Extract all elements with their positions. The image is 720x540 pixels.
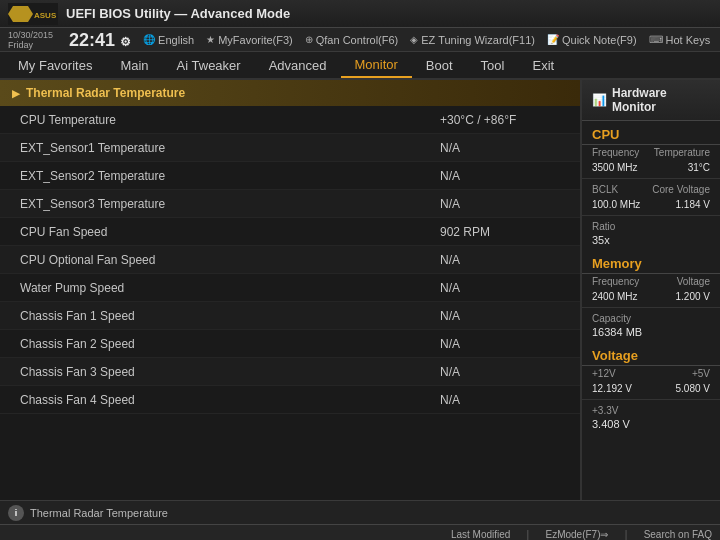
table-row[interactable]: CPU Temperature +30°C / +86°F (0, 106, 580, 134)
nav-boot[interactable]: Boot (412, 52, 467, 78)
plus12v-label: +12V (592, 368, 616, 379)
table-row[interactable]: Chassis Fan 2 Speed N/A (0, 330, 580, 358)
cpu-freq-value-row: 3500 MHz 31°C (582, 160, 720, 175)
bottom-bar: Last Modified | EzMode(F7)⇒ | Search on … (0, 524, 720, 540)
table-row[interactable]: EXT_Sensor1 Temperature N/A (0, 134, 580, 162)
clock-display: 22:41 ⚙ (69, 31, 131, 49)
table-row[interactable]: Chassis Fan 4 Speed N/A (0, 386, 580, 414)
cpu-temperature-value: 31°C (688, 162, 710, 173)
row-label: EXT_Sensor1 Temperature (20, 141, 440, 155)
mem-voltage-value: 1.200 V (676, 291, 710, 302)
row-label: Chassis Fan 3 Speed (20, 365, 440, 379)
settings-icon[interactable]: ⚙ (120, 35, 131, 49)
left-panel: Thermal Radar Temperature CPU Temperatur… (0, 80, 580, 500)
table-row[interactable]: EXT_Sensor2 Temperature N/A (0, 162, 580, 190)
row-label: EXT_Sensor3 Temperature (20, 197, 440, 211)
core-voltage-value: 1.184 V (676, 199, 710, 210)
search-faq-button[interactable]: Search on FAQ (644, 529, 712, 540)
ez-mode-button[interactable]: EzMode(F7)⇒ (545, 529, 608, 540)
last-modified-button[interactable]: Last Modified (451, 529, 510, 540)
row-label: CPU Fan Speed (20, 225, 440, 239)
note-icon: 📝 (547, 34, 559, 45)
row-label: Chassis Fan 4 Speed (20, 393, 440, 407)
mem-voltage-label: Voltage (677, 276, 710, 287)
info-icon: i (8, 505, 24, 521)
table-row[interactable]: CPU Optional Fan Speed N/A (0, 246, 580, 274)
svg-text:ASUS: ASUS (34, 11, 57, 20)
svg-marker-1 (8, 6, 33, 22)
cpu-ratio-row: Ratio (582, 219, 720, 234)
language-selector[interactable]: 🌐 English (143, 34, 194, 46)
capacity-label: Capacity (592, 313, 631, 324)
mem-frequency-value: 2400 MHz (592, 291, 638, 302)
capacity-value: 16384 MB (582, 326, 720, 342)
right-panel-header: 📊 Hardware Monitor (582, 80, 720, 121)
table-row[interactable]: Chassis Fan 3 Speed N/A (0, 358, 580, 386)
voltage-section-title: Voltage (582, 342, 720, 366)
row-value: +30°C / +86°F (440, 113, 560, 127)
star-icon: ★ (206, 34, 215, 45)
nav-my-favorites[interactable]: My Favorites (4, 52, 106, 78)
qfan-button[interactable]: ⊕ Qfan Control(F6) (305, 34, 399, 46)
nav-exit[interactable]: Exit (518, 52, 568, 78)
day-display: Friday (8, 40, 53, 50)
row-value: N/A (440, 281, 560, 295)
table-row[interactable]: Chassis Fan 1 Speed N/A (0, 302, 580, 330)
info-text: Thermal Radar Temperature (30, 507, 168, 519)
separator2: | (625, 528, 628, 541)
hot-keys-button[interactable]: ⌨ Hot Keys (649, 34, 711, 46)
bclk-label: BCLK (592, 184, 618, 195)
fan-icon: ⊕ (305, 34, 313, 45)
cpu-divider2 (582, 215, 720, 216)
quick-note-button[interactable]: 📝 Quick Note(F9) (547, 34, 637, 46)
row-value: N/A (440, 393, 560, 407)
ratio-value: 35x (582, 234, 720, 250)
voltage-divider (582, 399, 720, 400)
status-bar: 10/30/2015 Friday 22:41 ⚙ 🌐 English ★ My… (0, 28, 720, 52)
mem-divider (582, 307, 720, 308)
separator1: | (526, 528, 529, 541)
monitor-icon: 📊 (592, 93, 607, 107)
plus5v-value: 5.080 V (676, 383, 710, 394)
table-row[interactable]: EXT_Sensor3 Temperature N/A (0, 190, 580, 218)
voltage-3v3-row: +3.3V (582, 403, 720, 418)
row-value: N/A (440, 141, 560, 155)
row-value: N/A (440, 197, 560, 211)
section-header: Thermal Radar Temperature (0, 80, 580, 106)
row-label: Chassis Fan 1 Speed (20, 309, 440, 323)
bios-title: UEFI BIOS Utility — Advanced Mode (66, 6, 290, 21)
row-value: N/A (440, 169, 560, 183)
ez-icon: ◈ (410, 34, 418, 45)
row-value: 902 RPM (440, 225, 560, 239)
row-value: N/A (440, 337, 560, 351)
nav-monitor[interactable]: Monitor (341, 52, 412, 78)
cpu-divider1 (582, 178, 720, 179)
ez-tuning-button[interactable]: ◈ EZ Tuning Wizard(F11) (410, 34, 535, 46)
voltage-plus12-row: +12V +5V (582, 366, 720, 381)
row-label: Chassis Fan 2 Speed (20, 337, 440, 351)
cpu-frequency-value: 3500 MHz (592, 162, 638, 173)
date-info: 10/30/2015 Friday (8, 30, 53, 50)
globe-icon: 🌐 (143, 34, 155, 45)
row-label: Water Pump Speed (20, 281, 440, 295)
row-value: N/A (440, 253, 560, 267)
nav-bar: My Favorites Main Ai Tweaker Advanced Mo… (0, 52, 720, 80)
cpu-freq-row: Frequency Temperature (582, 145, 720, 160)
nav-main[interactable]: Main (106, 52, 162, 78)
main-layout: Thermal Radar Temperature CPU Temperatur… (0, 80, 720, 500)
row-value: N/A (440, 309, 560, 323)
cpu-section-title: CPU (582, 121, 720, 145)
nav-ai-tweaker[interactable]: Ai Tweaker (163, 52, 255, 78)
my-favorite-button[interactable]: ★ MyFavorite(F3) (206, 34, 293, 46)
table-row[interactable]: Water Pump Speed N/A (0, 274, 580, 302)
cpu-temp-label: Temperature (654, 147, 710, 158)
nav-advanced[interactable]: Advanced (255, 52, 341, 78)
row-value: N/A (440, 365, 560, 379)
keyboard-icon: ⌨ (649, 34, 663, 45)
table-row[interactable]: CPU Fan Speed 902 RPM (0, 218, 580, 246)
nav-tool[interactable]: Tool (467, 52, 519, 78)
plus5v-label: +5V (692, 368, 710, 379)
row-label: EXT_Sensor2 Temperature (20, 169, 440, 183)
ratio-label: Ratio (592, 221, 615, 232)
right-panel: 📊 Hardware Monitor CPU Frequency Tempera… (580, 80, 720, 500)
